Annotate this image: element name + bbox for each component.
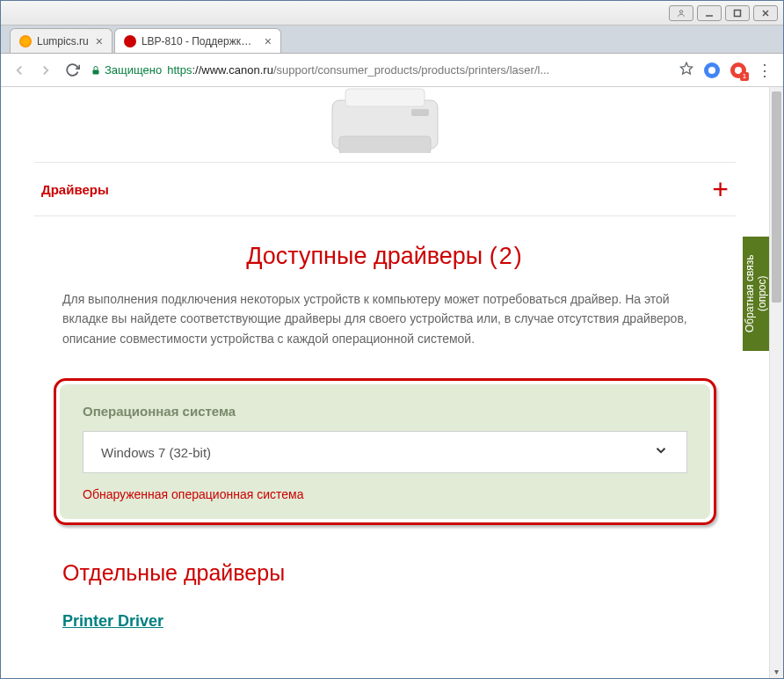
- chevron-down-icon: [653, 442, 669, 462]
- heading-count: (2): [490, 243, 524, 269]
- drivers-accordion[interactable]: Драйверы +: [34, 162, 736, 216]
- star-icon: [679, 62, 693, 76]
- svg-rect-2: [735, 10, 741, 16]
- url-path: /support/consumer_products/products/prin…: [273, 63, 549, 77]
- os-label: Операционная система: [83, 404, 687, 419]
- tab-lumpics[interactable]: Lumpics.ru ×: [10, 28, 113, 53]
- url-proto: https: [167, 63, 192, 77]
- window-titlebar: [1, 1, 783, 26]
- section-heading: Доступные драйверы (2): [62, 243, 708, 270]
- secure-label: Защищено: [105, 63, 162, 77]
- forward-button[interactable]: [38, 62, 54, 78]
- heading-text: Доступные драйверы: [246, 243, 483, 269]
- window-frame: Lumpics.ru × LBP-810 - Поддержка - З × З…: [0, 0, 784, 679]
- vertical-scrollbar[interactable]: ▾: [769, 87, 783, 678]
- printer-driver-link[interactable]: Printer Driver: [62, 612, 163, 631]
- lock-icon: [91, 65, 101, 76]
- close-window-button[interactable]: [753, 5, 778, 21]
- accordion-title: Драйверы: [41, 182, 109, 197]
- scroll-thumb[interactable]: [772, 91, 781, 303]
- os-select-value: Windows 7 (32-bit): [101, 445, 211, 460]
- close-icon[interactable]: ×: [265, 34, 272, 48]
- section-description: Для выполнения подключения некоторых уст…: [62, 289, 708, 348]
- os-select[interactable]: Windows 7 (32-bit): [83, 431, 687, 473]
- close-icon[interactable]: ×: [96, 34, 103, 48]
- favicon-icon: [124, 35, 136, 47]
- user-button[interactable]: [669, 5, 693, 21]
- extension-badge: 1: [740, 72, 749, 81]
- svg-point-0: [679, 10, 682, 12]
- reload-button[interactable]: [64, 62, 80, 78]
- url-host: ://www.canon.ru: [192, 63, 273, 77]
- svg-rect-5: [93, 69, 99, 74]
- os-detected-label: Обнаруженная операционная система: [83, 487, 687, 501]
- extension-icon[interactable]: [704, 62, 720, 78]
- plus-icon: +: [712, 173, 729, 206]
- secure-badge: Защищено: [91, 63, 162, 77]
- svg-marker-6: [680, 62, 692, 74]
- svg-rect-10: [345, 89, 425, 106]
- tab-title: LBP-810 - Поддержка - З: [142, 35, 258, 47]
- extension-icon[interactable]: 1: [730, 62, 746, 78]
- scroll-down-icon[interactable]: ▾: [770, 664, 783, 678]
- minimize-button[interactable]: [697, 5, 722, 21]
- individual-drivers-heading: Отдельные драйверы: [62, 560, 708, 586]
- maximize-button[interactable]: [725, 5, 750, 21]
- feedback-tab[interactable]: Обратная связь (опрос): [743, 237, 769, 351]
- tab-canon[interactable]: LBP-810 - Поддержка - З ×: [114, 28, 281, 53]
- browser-menu-button[interactable]: ⋮: [757, 61, 773, 80]
- os-selector-highlight: Операционная система Windows 7 (32-bit) …: [54, 378, 716, 525]
- url-field[interactable]: Защищено https://www.canon.ru/support/co…: [91, 63, 664, 77]
- os-selector-box: Операционная система Windows 7 (32-bit) …: [60, 384, 710, 519]
- tab-strip: Lumpics.ru × LBP-810 - Поддержка - З ×: [1, 26, 783, 54]
- back-button[interactable]: [11, 62, 27, 78]
- svg-rect-12: [411, 109, 429, 116]
- printer-icon: [297, 87, 473, 153]
- product-image: [1, 87, 769, 153]
- tab-title: Lumpics.ru: [37, 35, 89, 47]
- svg-point-7: [708, 67, 715, 74]
- favicon-icon: [19, 35, 32, 47]
- address-bar: Защищено https://www.canon.ru/support/co…: [1, 54, 783, 87]
- page-content: Драйверы + Доступные драйверы (2) Для вы…: [1, 87, 783, 678]
- svg-rect-11: [339, 136, 431, 153]
- bookmark-button[interactable]: [679, 62, 693, 79]
